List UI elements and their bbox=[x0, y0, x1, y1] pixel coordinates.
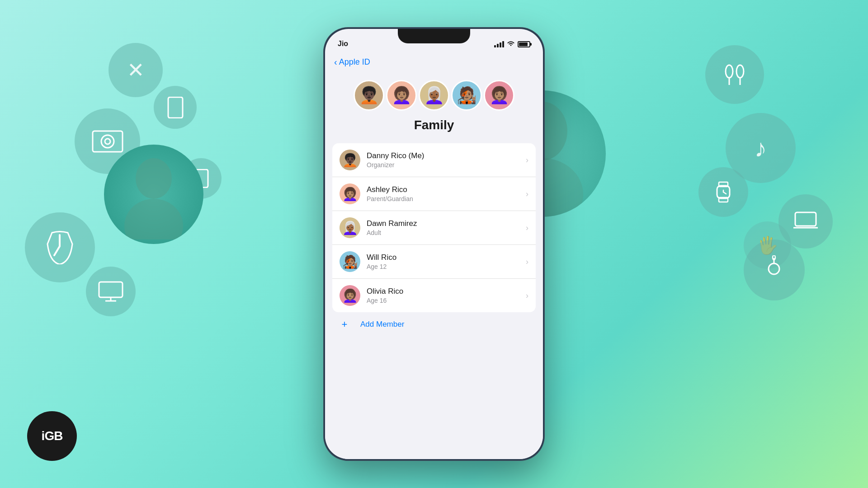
member-role-will: Age 12 bbox=[367, 263, 519, 270]
members-list: 🧑🏿‍🦱 Danny Rico (Me) Organizer › 👩🏽‍🦱 As… bbox=[332, 143, 536, 312]
svg-point-23 bbox=[124, 199, 183, 239]
member-info-will: Will Rico Age 12 bbox=[367, 253, 519, 270]
member-name-will: Will Rico bbox=[367, 253, 519, 262]
avatar-danny: 🧑🏿‍🦱 bbox=[354, 80, 384, 111]
airplane-mode-icon: ✕ bbox=[108, 43, 163, 97]
member-chevron-dawn: › bbox=[526, 223, 528, 233]
member-name-dawn: Dawn Ramirez bbox=[367, 219, 519, 228]
family-header: 🧑🏿‍🦱 👩🏽‍🦱 👩🏾‍🦳 🧑🏽‍🎤 👩🏽‍🦱 Family bbox=[325, 71, 543, 143]
member-chevron-danny: › bbox=[526, 155, 528, 165]
member-info-olivia: Olivia Rico Age 16 bbox=[367, 287, 519, 304]
svg-point-17 bbox=[769, 263, 779, 274]
signal-bar-1 bbox=[494, 45, 496, 47]
screen-time-icon bbox=[25, 212, 95, 282]
member-avatar-dawn: 👩🏾‍🦳 bbox=[340, 217, 360, 238]
svg-line-16 bbox=[723, 192, 726, 194]
game-icon bbox=[744, 239, 805, 300]
member-row-danny[interactable]: 🧑🏿‍🦱 Danny Rico (Me) Organizer › bbox=[332, 143, 536, 177]
member-info-dawn: Dawn Ramirez Adult bbox=[367, 219, 519, 236]
iphone-screen: Jio ‹ A bbox=[325, 29, 543, 459]
back-chevron-icon: ‹ bbox=[334, 57, 337, 67]
member-name-ashley: Ashley Rico bbox=[367, 185, 519, 194]
member-row-dawn[interactable]: 👩🏾‍🦳 Dawn Ramirez Adult › bbox=[332, 211, 536, 245]
member-role-ashley: Parent/Guardian bbox=[367, 195, 519, 202]
notch bbox=[398, 29, 470, 43]
nav-bar: ‹ Apple ID bbox=[325, 52, 543, 71]
svg-point-2 bbox=[101, 135, 114, 148]
avatar-dawn: 👩🏾‍🦳 bbox=[419, 80, 449, 111]
add-member-label: Add Member bbox=[360, 320, 404, 329]
svg-rect-5 bbox=[99, 282, 123, 297]
member-info-danny: Danny Rico (Me) Organizer bbox=[367, 151, 519, 169]
wifi-icon bbox=[507, 40, 515, 48]
svg-point-22 bbox=[136, 158, 172, 199]
avatar-row: 🧑🏿‍🦱 👩🏽‍🦱 👩🏾‍🦳 🧑🏽‍🎤 👩🏽‍🦱 bbox=[354, 80, 514, 111]
member-role-dawn: Adult bbox=[367, 229, 519, 236]
iphone-frame: Jio ‹ A bbox=[323, 27, 545, 461]
member-role-danny: Organizer bbox=[367, 161, 519, 169]
airpods-icon bbox=[705, 45, 764, 104]
battery-icon bbox=[518, 41, 530, 47]
signal-bars bbox=[494, 41, 504, 47]
member-name-danny: Danny Rico (Me) bbox=[367, 151, 519, 160]
carrier-label: Jio bbox=[338, 40, 348, 48]
member-avatar-will: 🧑🏽‍🎤 bbox=[340, 251, 360, 272]
member-row-olivia[interactable]: 👩🏽‍🦱 Olivia Rico Age 16 › bbox=[332, 279, 536, 312]
member-chevron-ashley: › bbox=[526, 189, 528, 199]
member-row-will[interactable]: 🧑🏽‍🎤 Will Rico Age 12 › bbox=[332, 245, 536, 279]
svg-point-10 bbox=[736, 65, 744, 78]
igb-logo: iGB bbox=[27, 411, 77, 461]
avatar-will: 🧑🏽‍🎤 bbox=[451, 80, 482, 111]
status-icons bbox=[494, 40, 530, 48]
svg-point-3 bbox=[105, 139, 110, 144]
family-title: Family bbox=[414, 118, 454, 132]
svg-rect-20 bbox=[795, 212, 816, 226]
screen-content: ‹ Apple ID 🧑🏿‍🦱 👩🏽‍🦱 👩🏾‍🦳 🧑🏽‍🎤 👩🏽‍🦱 Fami… bbox=[325, 52, 543, 459]
monitor-icon bbox=[86, 267, 136, 316]
svg-rect-1 bbox=[93, 131, 123, 152]
signal-bar-3 bbox=[500, 42, 501, 47]
svg-rect-0 bbox=[168, 97, 183, 118]
member-role-olivia: Age 16 bbox=[367, 297, 519, 304]
back-label: Apple ID bbox=[339, 57, 370, 67]
svg-point-8 bbox=[726, 65, 733, 78]
apple-id-back-button[interactable]: ‹ Apple ID bbox=[334, 57, 534, 67]
member-avatar-danny: 🧑🏿‍🦱 bbox=[340, 150, 360, 170]
battery-fill bbox=[519, 42, 528, 46]
avatar-ashley: 👩🏽‍🦱 bbox=[386, 80, 417, 111]
add-member-button[interactable]: + Add Member bbox=[325, 312, 543, 337]
person-photo-left bbox=[104, 145, 203, 244]
ipad-icon bbox=[154, 86, 197, 129]
member-chevron-will: › bbox=[526, 257, 528, 267]
member-info-ashley: Ashley Rico Parent/Guardian bbox=[367, 185, 519, 202]
signal-bar-4 bbox=[502, 41, 504, 47]
member-avatar-ashley: 👩🏽‍🦱 bbox=[340, 183, 360, 204]
member-name-olivia: Olivia Rico bbox=[367, 287, 519, 296]
add-plus-icon: + bbox=[334, 319, 355, 330]
signal-bar-2 bbox=[497, 44, 499, 47]
member-avatar-olivia: 👩🏽‍🦱 bbox=[340, 285, 360, 306]
watch-icon bbox=[698, 167, 748, 217]
member-chevron-olivia: › bbox=[526, 291, 528, 300]
avatar-olivia: 👩🏽‍🦱 bbox=[484, 80, 514, 111]
member-row-ashley[interactable]: 👩🏽‍🦱 Ashley Rico Parent/Guardian › bbox=[332, 177, 536, 211]
laptop-icon bbox=[778, 194, 833, 249]
